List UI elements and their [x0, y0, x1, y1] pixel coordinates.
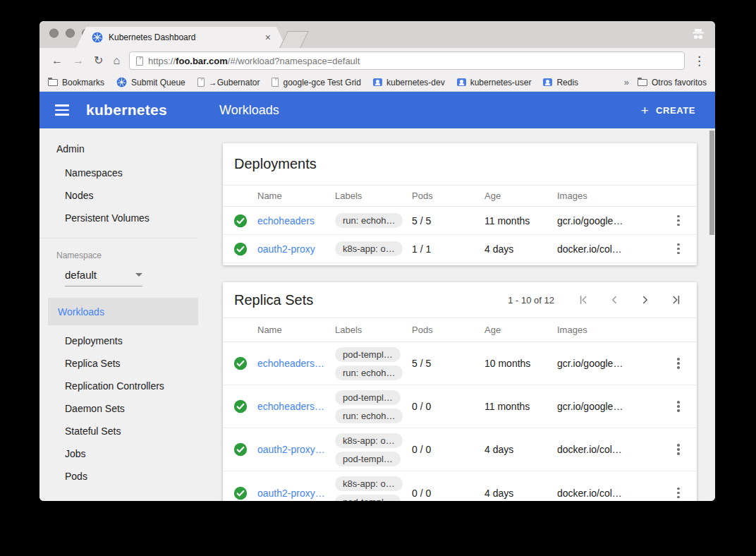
- column-images: Images: [557, 191, 660, 201]
- kubernetes-icon: [116, 77, 127, 87]
- kubernetes-favicon-icon: [92, 32, 103, 43]
- sidebar-item-stateful-sets[interactable]: Stateful Sets: [39, 420, 198, 442]
- status-ok-icon: [223, 442, 257, 457]
- label-chip: run: echoh…: [335, 365, 403, 380]
- bookmark-gubernator[interactable]: →Gubernator: [197, 78, 260, 87]
- bookmark-label: kubernetes-dev: [386, 78, 445, 87]
- pagination: 1 - 10 of 12: [508, 294, 683, 306]
- resource-link[interactable]: oauth2-proxy: [257, 243, 335, 255]
- browser-menu-icon[interactable]: ⋮: [690, 54, 708, 68]
- sidebar-item-namespaces[interactable]: Namespaces: [39, 162, 198, 184]
- images-cell: docker.io/col…: [557, 488, 660, 499]
- table-row: oauth2-proxy k8s-app: o… 1 / 1 4 days do…: [223, 235, 697, 263]
- column-age: Age: [484, 191, 557, 201]
- resource-link[interactable]: oauth2-proxy…: [257, 488, 335, 499]
- bookmark-label: Submit Queue: [131, 78, 185, 87]
- browser-tab[interactable]: Kubernetes Dashboard ×: [76, 27, 286, 48]
- age-cell: 11 months: [484, 401, 557, 412]
- namespace-label: Namespace: [39, 238, 198, 260]
- browser-window: Kubernetes Dashboard × ← → ↻ ⌂ https://f…: [39, 21, 715, 501]
- namespace-select[interactable]: default: [65, 269, 142, 286]
- tab-strip: Kubernetes Dashboard ×: [39, 21, 715, 48]
- pods-cell: 5 / 5: [412, 358, 484, 369]
- tab-close-icon[interactable]: ×: [265, 32, 271, 42]
- previous-page-icon[interactable]: [608, 294, 621, 306]
- label-chip: pod-templ…: [335, 390, 401, 405]
- next-page-icon[interactable]: [639, 294, 652, 306]
- bookmark-kubernetes-dev[interactable]: kubernetes-dev: [373, 78, 445, 87]
- bookmark-google-gce-test-grid[interactable]: google-gce Test Grid: [272, 78, 361, 87]
- row-menu-button[interactable]: [660, 397, 697, 416]
- status-ok-icon: [223, 486, 257, 500]
- pods-cell: 0 / 0: [412, 444, 484, 455]
- pagination-range: 1 - 10 of 12: [508, 295, 554, 306]
- column-name: Name: [257, 325, 335, 335]
- row-menu-button[interactable]: [660, 353, 697, 373]
- bookmark-submit-queue[interactable]: Submit Queue: [116, 77, 185, 87]
- column-name: Name: [257, 191, 335, 201]
- scrollbar[interactable]: [709, 131, 714, 235]
- bookmark-redis[interactable]: Redis: [543, 78, 578, 87]
- last-page-icon[interactable]: [670, 294, 683, 306]
- window-close-button[interactable]: [49, 29, 59, 38]
- column-labels: Labels: [335, 191, 412, 201]
- images-cell: gcr.io/google…: [557, 401, 660, 412]
- sidebar: Admin Namespaces Nodes Persistent Volume…: [39, 128, 198, 501]
- pods-cell: 0 / 0: [412, 488, 484, 499]
- chevron-down-icon: [135, 273, 142, 277]
- hamburger-menu-icon[interactable]: [55, 104, 69, 116]
- reload-icon[interactable]: ↻: [89, 55, 108, 66]
- sidebar-item-nodes[interactable]: Nodes: [39, 184, 198, 207]
- bookmark-bookmarks-folder[interactable]: Bookmarks: [48, 78, 104, 87]
- folder-icon: [48, 79, 58, 86]
- replica-sets-card: Replica Sets 1 - 10 of 12 Name Labels Po…: [223, 282, 697, 501]
- table-row: echoheaders run: echoh… 5 / 5 11 months …: [223, 207, 697, 235]
- page-title: Workloads: [219, 103, 279, 118]
- sidebar-item-jobs[interactable]: Jobs: [39, 442, 198, 465]
- page-security-icon[interactable]: [136, 56, 143, 66]
- resource-link[interactable]: echoheaders…: [257, 358, 335, 369]
- images-cell: docker.io/col…: [557, 243, 660, 255]
- first-page-icon[interactable]: [577, 294, 590, 306]
- table-header: Name Labels Pods Age Images: [223, 318, 697, 342]
- table-row: oauth2-proxy… k8s-app: o… pod-templ… 0 /…: [223, 428, 697, 471]
- sidebar-item-replication-controllers[interactable]: Replication Controllers: [39, 375, 198, 397]
- browser-toolbar: ← → ↻ ⌂ https://foo.bar.com/#/workload?n…: [39, 48, 715, 73]
- sidebar-item-replica-sets[interactable]: Replica Sets: [39, 352, 198, 375]
- bookmark-label: →Gubernator: [209, 78, 260, 87]
- new-tab-button[interactable]: [279, 31, 309, 48]
- label-chip: k8s-app: o…: [335, 476, 403, 491]
- create-button[interactable]: + CREATE: [641, 104, 695, 117]
- sidebar-item-pods[interactable]: Pods: [39, 465, 198, 488]
- bookmark-other-favorites-folder[interactable]: Otros favoritos: [638, 78, 707, 87]
- row-menu-button[interactable]: [660, 239, 697, 259]
- page-icon: [272, 78, 279, 87]
- sidebar-item-daemon-sets[interactable]: Daemon Sets: [39, 397, 198, 420]
- label-chip: k8s-app: o…: [335, 241, 403, 256]
- bookmarks-overflow-icon[interactable]: »: [624, 77, 629, 87]
- sidebar-section-admin[interactable]: Admin: [39, 128, 198, 162]
- row-menu-button[interactable]: [660, 483, 697, 501]
- table-header: Name Labels Pods Age Images: [223, 185, 697, 207]
- back-icon[interactable]: ←: [47, 55, 68, 66]
- status-ok-icon: [223, 214, 257, 228]
- page-icon: [197, 78, 205, 87]
- resource-link[interactable]: oauth2-proxy…: [257, 444, 335, 455]
- status-ok-icon: [223, 242, 257, 256]
- resource-link[interactable]: echoheaders…: [257, 401, 335, 412]
- forward-icon[interactable]: →: [68, 55, 89, 66]
- sidebar-item-persistent-volumes[interactable]: Persistent Volumes: [39, 207, 198, 229]
- bookmark-kubernetes-user[interactable]: kubernetes-user: [457, 78, 532, 87]
- resource-link[interactable]: echoheaders: [257, 215, 335, 226]
- kubernetes-logo: kubernetes: [86, 102, 167, 119]
- sidebar-item-workloads[interactable]: Workloads: [48, 298, 198, 325]
- main-content: Deployments Name Labels Pods Age Images …: [198, 128, 715, 501]
- row-menu-button[interactable]: [660, 440, 697, 459]
- sidebar-item-deployments[interactable]: Deployments: [39, 330, 198, 352]
- namespace-value: default: [65, 269, 97, 281]
- home-icon[interactable]: ⌂: [108, 55, 125, 66]
- table-row: echoheaders… pod-templ… run: echoh… 5 / …: [223, 342, 697, 385]
- row-menu-button[interactable]: [660, 211, 697, 231]
- address-bar[interactable]: https://foo.bar.com/#/workload?namespace…: [129, 52, 685, 70]
- window-minimize-button[interactable]: [66, 29, 75, 38]
